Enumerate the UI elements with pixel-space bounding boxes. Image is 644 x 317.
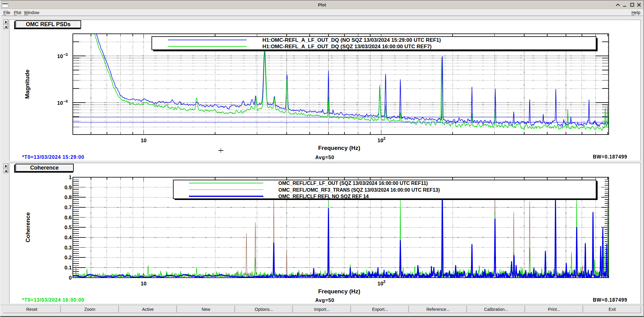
svg-text:0.2: 0.2 [65, 255, 72, 260]
svg-text:H1:OMC-REFL_A_LF_OUT_DQ (SQZ 1: H1:OMC-REFL_A_LF_OUT_DQ (SQZ 13/03/2024 … [262, 44, 432, 49]
svg-text:Coherence: Coherence [25, 212, 31, 242]
svg-text:1: 1 [69, 174, 72, 180]
svg-text:0.5: 0.5 [65, 225, 72, 230]
svg-text:OMC_REFL/OMC_RF3_TRANS (SQZ 13: OMC_REFL/OMC_RF3_TRANS (SQZ 13/03/2024 1… [278, 187, 440, 193]
svg-text:10: 10 [141, 138, 147, 143]
svg-text:2: 2 [383, 136, 386, 141]
svg-text:H1:OMC-REFL_A_LF_OUT_DQ (NO SQ: H1:OMC-REFL_A_LF_OUT_DQ (NO SQZ 13/03/20… [262, 37, 441, 43]
svg-text:0.4: 0.4 [65, 235, 72, 241]
svg-text:Coherence: Coherence [30, 165, 59, 171]
svg-text:0.8: 0.8 [65, 194, 72, 200]
svg-text:0.1: 0.1 [65, 265, 72, 271]
svg-text:0: 0 [69, 275, 72, 281]
svg-text:BW=0.187499: BW=0.187499 [593, 154, 627, 159]
svg-text:10: 10 [57, 100, 63, 106]
svg-text:0.3: 0.3 [65, 245, 72, 251]
svg-text:10: 10 [141, 281, 147, 287]
svg-text:Avg=50: Avg=50 [315, 298, 334, 303]
svg-text:BW=0.187499: BW=0.187499 [593, 297, 627, 303]
svg-text:−4: −4 [63, 99, 68, 104]
svg-text:Avg=50: Avg=50 [315, 155, 334, 160]
svg-text:10: 10 [378, 281, 383, 287]
svg-text:10: 10 [378, 138, 383, 143]
svg-text:2: 2 [383, 280, 386, 284]
svg-text:0.7: 0.7 [65, 205, 72, 210]
svg-text:*T0=13/03/2024 15:29:00: *T0=13/03/2024 15:29:00 [22, 155, 84, 160]
svg-text:0.6: 0.6 [65, 215, 72, 221]
svg-text:Magnitude: Magnitude [24, 70, 30, 99]
svg-text:0.9: 0.9 [65, 185, 72, 190]
svg-text:OMC_REFL/CLF_LF_OUT (SQZ 13/03: OMC_REFL/CLF_LF_OUT (SQZ 13/03/2024 16:0… [278, 181, 428, 186]
svg-text:Frequency (Hz): Frequency (Hz) [318, 145, 360, 151]
svg-text:OMC REFL PSDs: OMC REFL PSDs [26, 21, 71, 27]
svg-text:−3: −3 [63, 53, 68, 57]
svg-text:10: 10 [57, 53, 63, 59]
svg-text:*T0=13/03/2024 16:00:00: *T0=13/03/2024 16:00:00 [22, 297, 84, 303]
svg-text:OMC_REFL/CLF REFL NO SQZ REF 1: OMC_REFL/CLF REFL NO SQZ REF 14 [278, 194, 369, 199]
svg-text:Frequency (Hz): Frequency (Hz) [318, 288, 360, 295]
